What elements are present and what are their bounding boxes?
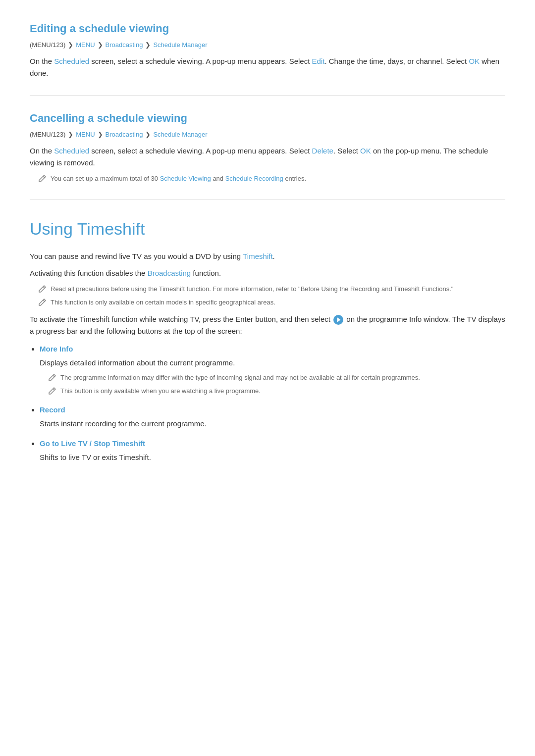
timeshift-broadcasting-link: Broadcasting (148, 269, 191, 277)
breadcrumb-sep1: ❯ (68, 40, 73, 50)
schedule-recording-link: Schedule Recording (225, 175, 283, 182)
editing-body-end: . Change the time, days, or channel. Sel… (324, 57, 469, 65)
more-info-label: More Info (40, 343, 505, 355)
cancelling-breadcrumb: (MENU/123) ❯ MENU ❯ Broadcasting ❯ Sched… (30, 130, 505, 140)
timeshift-title: Using Timeshift (30, 215, 505, 242)
timeshift-section: Using Timeshift You can pause and rewind… (30, 215, 505, 463)
cancel-body-after: screen, select a schedule viewing. A pop… (89, 147, 312, 155)
editing-schedule-section: Editing a schedule viewing (MENU/123) ❯ … (30, 20, 505, 79)
cancel-breadcrumb-menu: MENU (76, 130, 95, 140)
timeshift-bullet-list: More Info Displays detailed information … (40, 343, 505, 463)
breadcrumb-menu: MENU (76, 40, 95, 50)
timeshift-note1-text: Read all precautions before using the Ti… (51, 284, 453, 294)
cancel-breadcrumb-sep1: ❯ (68, 130, 73, 140)
pencil-icon-1 (38, 285, 47, 294)
timeshift-intro2-before: Activating this function disables the (30, 269, 148, 277)
cancelling-schedule-title: Cancelling a schedule viewing (30, 109, 505, 127)
cancel-breadcrumb-prefix: (MENU/123) (30, 130, 65, 140)
editing-body-after: screen, select a schedule viewing. A pop… (89, 57, 312, 65)
bullet-record: Record Starts instant recording for the … (40, 404, 505, 430)
cancel-breadcrumb-schedule-manager: Schedule Manager (153, 130, 207, 140)
divider1 (30, 95, 505, 96)
timeshift-link: Timeshift (243, 252, 272, 260)
cancel-breadcrumb-broadcasting: Broadcasting (106, 130, 143, 140)
go-to-live-link: Go to Live TV / Stop Timeshift (40, 438, 145, 450)
cancel-ok-link: OK (360, 147, 371, 155)
cancel-breadcrumb-sep2: ❯ (98, 130, 103, 140)
timeshift-intro1-before: You can pause and rewind live TV as you … (30, 252, 243, 260)
editing-schedule-title: Editing a schedule viewing (30, 20, 505, 37)
divider2 (30, 199, 505, 200)
record-link: Record (40, 404, 65, 416)
timeshift-intro1-end: . (273, 252, 275, 260)
go-to-live-label: Go to Live TV / Stop Timeshift (40, 438, 505, 450)
timeshift-note1: Read all precautions before using the Ti… (38, 284, 505, 294)
timeshift-intro1: You can pause and rewind live TV as you … (30, 251, 505, 262)
pencil-icon-4 (48, 387, 56, 396)
go-to-live-desc: Shifts to live TV or exits Timeshift. (40, 452, 505, 463)
breadcrumb-broadcasting: Broadcasting (106, 40, 143, 50)
more-info-note2: This button is only available when you a… (48, 386, 505, 396)
schedule-viewing-link: Schedule Viewing (160, 175, 211, 182)
cancel-note-text: You can set up a maximum total of 30 Sch… (51, 174, 306, 184)
editing-breadcrumb: (MENU/123) ❯ MENU ❯ Broadcasting ❯ Sched… (30, 40, 505, 50)
timeshift-button-icon (333, 315, 343, 325)
timeshift-note2-text: This function is only available on certa… (51, 298, 275, 307)
pencil-icon-2 (38, 298, 47, 307)
cancelling-schedule-section: Cancelling a schedule viewing (MENU/123)… (30, 109, 505, 183)
bullet-go-to-live: Go to Live TV / Stop Timeshift Shifts to… (40, 438, 505, 463)
editing-body-before: On the (30, 57, 54, 65)
timeshift-note2: This function is only available on certa… (38, 298, 505, 307)
timeshift-intro2: Activating this function disables the Br… (30, 267, 505, 279)
timeshift-body-before: To activate the Timeshift function while… (30, 315, 332, 323)
timeshift-intro2-end: function. (191, 269, 221, 277)
cancelling-body: On the Scheduled screen, select a schedu… (30, 145, 505, 169)
timeshift-body: To activate the Timeshift function while… (30, 313, 505, 337)
bullet-more-info: More Info Displays detailed information … (40, 343, 505, 396)
cancel-scheduled-link: Scheduled (54, 147, 89, 155)
cancel-body-before: On the (30, 147, 54, 155)
breadcrumb-sep3: ❯ (145, 40, 151, 50)
more-info-note2-text: This button is only available when you a… (60, 386, 261, 396)
record-label: Record (40, 404, 505, 416)
record-desc: Starts instant recording for the current… (40, 418, 505, 430)
pencil-icon-3 (48, 373, 56, 382)
breadcrumb-prefix: (MENU/123) (30, 40, 65, 50)
breadcrumb-schedule-manager: Schedule Manager (153, 40, 207, 50)
pencil-icon (38, 174, 47, 183)
editing-scheduled-link: Scheduled (54, 57, 89, 65)
editing-body: On the Scheduled screen, select a schedu… (30, 55, 505, 79)
editing-edit-link: Edit (312, 57, 325, 65)
more-info-note1-text: The programme information may differ wit… (60, 373, 420, 383)
cancel-delete-link: Delete (312, 147, 333, 155)
cancel-breadcrumb-sep3: ❯ (145, 130, 151, 140)
breadcrumb-sep2: ❯ (98, 40, 103, 50)
more-info-link: More Info (40, 343, 73, 355)
editing-ok-link: OK (469, 57, 480, 65)
more-info-note1: The programme information may differ wit… (48, 373, 505, 383)
cancel-body-middle: . Select (333, 147, 360, 155)
cancel-note: You can set up a maximum total of 30 Sch… (38, 174, 505, 184)
more-info-desc: Displays detailed information about the … (40, 357, 505, 369)
